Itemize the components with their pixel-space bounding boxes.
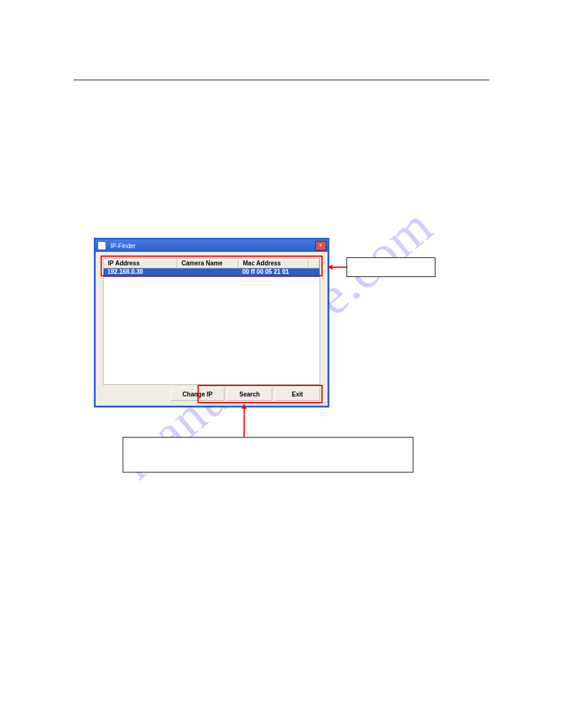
page: manualshive.com IP-Finder × IP Address C… xyxy=(0,0,563,728)
close-button[interactable]: × xyxy=(315,241,326,251)
device-list[interactable]: IP Address Camera Name Mac Address 192.1… xyxy=(103,258,320,385)
table-row[interactable]: 192.168.0.30 00 ff 00 05 21 01 xyxy=(104,268,320,277)
col-ip-address[interactable]: IP Address xyxy=(104,259,177,268)
header-rule xyxy=(74,80,489,80)
cell-ip: 192.168.0.30 xyxy=(104,268,177,277)
app-icon xyxy=(98,242,105,249)
button-row: Change IP Search Exit xyxy=(170,387,320,401)
titlebar: IP-Finder × xyxy=(96,240,327,252)
col-camera-name[interactable]: Camera Name xyxy=(177,259,239,268)
exit-button[interactable]: Exit xyxy=(275,387,320,401)
list-rows: 192.168.0.30 00 ff 00 05 21 01 xyxy=(104,268,320,384)
window-title-text: IP-Finder xyxy=(110,243,136,249)
close-icon: × xyxy=(319,242,322,248)
window-title: IP-Finder xyxy=(98,242,136,249)
arrow-left-icon xyxy=(331,267,347,268)
change-ip-button[interactable]: Change IP xyxy=(170,387,224,401)
arrow-up-icon xyxy=(243,408,245,437)
column-headers: IP Address Camera Name Mac Address xyxy=(104,259,320,268)
annotation-box-right xyxy=(347,257,435,277)
annotation-box-bottom xyxy=(123,437,413,472)
col-spacer xyxy=(308,259,320,268)
ip-finder-dialog: IP-Finder × IP Address Camera Name Mac A… xyxy=(94,238,329,408)
search-button[interactable]: Search xyxy=(227,387,272,401)
cell-name xyxy=(177,268,239,277)
cell-mac: 00 ff 00 05 21 01 xyxy=(239,268,320,277)
dialog-client-area: IP Address Camera Name Mac Address 192.1… xyxy=(96,252,327,406)
col-mac-address[interactable]: Mac Address xyxy=(239,259,308,268)
